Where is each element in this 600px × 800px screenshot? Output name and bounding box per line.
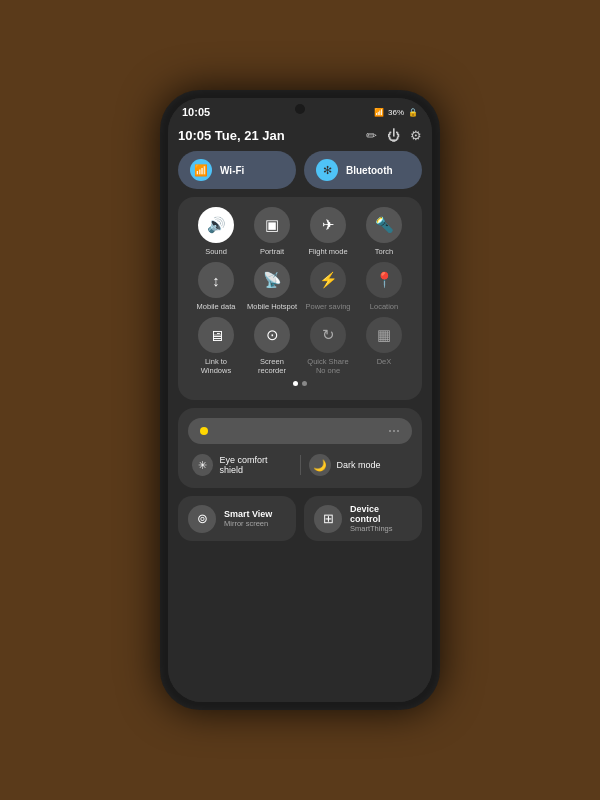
dex-icon: ▦	[366, 317, 402, 353]
screen-recorder-icon: ⊙	[254, 317, 290, 353]
bluetooth-toggle[interactable]: ✻ Bluetooth	[304, 151, 422, 189]
portrait-label: Portrait	[260, 247, 284, 256]
quick-share-icon: ↻	[310, 317, 346, 353]
power-saving-icon: ⚡	[310, 262, 346, 298]
quick-share-tile[interactable]: ↻ Quick ShareNo one	[302, 317, 354, 375]
wifi-toggle[interactable]: 📶 Wi-Fi	[178, 151, 296, 189]
location-icon: 📍	[366, 262, 402, 298]
portrait-icon: ▣	[254, 207, 290, 243]
link-windows-label: Link to Windows	[190, 357, 242, 375]
phone-screen: 10:05 📶 36% 🔒 10:05 Tue, 21 Jan ✏ ⏻ ⚙	[168, 98, 432, 702]
search-section: ⋯ ✳ Eye comfort shield 🌙 Dark mode	[178, 408, 422, 488]
mobile-data-tile[interactable]: ↕ Mobile data	[190, 262, 242, 311]
eye-comfort-label: Eye comfort shield	[219, 455, 291, 475]
sound-tile[interactable]: 🔊 Sound	[190, 207, 242, 256]
screen-recorder-label: Screen recorder	[246, 357, 298, 375]
pagination-dots	[188, 381, 412, 386]
camera-notch	[295, 104, 305, 114]
grid-row-3: 🖥 Link to Windows ⊙ Screen recorder ↻ Qu…	[188, 317, 412, 375]
device-control-button[interactable]: ⊞ Device control SmartThings	[304, 496, 422, 541]
toggle-row: 📶 Wi-Fi ✻ Bluetooth	[178, 151, 422, 189]
wifi-label: Wi-Fi	[220, 165, 244, 176]
battery-text: 36%	[388, 108, 404, 117]
dark-mode-item[interactable]: 🌙 Dark mode	[309, 454, 409, 476]
link-windows-tile[interactable]: 🖥 Link to Windows	[190, 317, 242, 375]
power-saving-label: Power saving	[305, 302, 350, 311]
phone-frame: 10:05 📶 36% 🔒 10:05 Tue, 21 Jan ✏ ⏻ ⚙	[160, 90, 440, 710]
search-dot-icon	[200, 427, 208, 435]
grid-row-1: 🔊 Sound ▣ Portrait ✈ Flight mode 🔦 Torch	[188, 207, 412, 256]
smart-view-label: Smart View	[224, 509, 272, 519]
flight-icon: ✈	[310, 207, 346, 243]
bottom-buttons-row: ⊚ Smart View Mirror screen ⊞ Device cont…	[178, 496, 422, 541]
sound-icon: 🔊	[198, 207, 234, 243]
battery-icon: 🔒	[408, 108, 418, 117]
flight-label: Flight mode	[308, 247, 347, 256]
header-actions: ✏ ⏻ ⚙	[366, 128, 422, 143]
device-control-icon: ⊞	[314, 505, 342, 533]
screen-recorder-tile[interactable]: ⊙ Screen recorder	[246, 317, 298, 375]
flight-mode-tile[interactable]: ✈ Flight mode	[302, 207, 354, 256]
device-control-label: Device control	[350, 504, 412, 524]
link-windows-icon: 🖥	[198, 317, 234, 353]
edit-icon[interactable]: ✏	[366, 128, 377, 143]
bluetooth-icon: ✻	[316, 159, 338, 181]
dex-label: DeX	[377, 357, 392, 366]
quick-tiles-grid: 🔊 Sound ▣ Portrait ✈ Flight mode 🔦 Torch	[178, 197, 422, 400]
dot-1	[293, 381, 298, 386]
status-time: 10:05	[182, 106, 210, 118]
device-control-sub: SmartThings	[350, 524, 412, 533]
torch-label: Torch	[375, 247, 393, 256]
eye-comfort-icon: ✳	[192, 454, 213, 476]
power-saving-tile[interactable]: ⚡ Power saving	[302, 262, 354, 311]
smart-view-sub: Mirror screen	[224, 519, 272, 528]
wifi-icon: 📶	[190, 159, 212, 181]
dark-mode-label: Dark mode	[337, 460, 381, 470]
settings-icon[interactable]: ⚙	[410, 128, 422, 143]
dex-tile[interactable]: ▦ DeX	[358, 317, 410, 375]
search-more-icon: ⋯	[388, 424, 400, 438]
comfort-divider	[300, 455, 301, 475]
portrait-tile[interactable]: ▣ Portrait	[246, 207, 298, 256]
hotspot-tile[interactable]: 📡 Mobile Hotspot	[246, 262, 298, 311]
eye-comfort-item[interactable]: ✳ Eye comfort shield	[192, 454, 292, 476]
mobile-data-icon: ↕	[198, 262, 234, 298]
status-icons: 📶 36% 🔒	[374, 108, 418, 117]
dark-mode-icon: 🌙	[309, 454, 331, 476]
power-icon[interactable]: ⏻	[387, 128, 400, 143]
smart-view-icon: ⊚	[188, 505, 216, 533]
location-tile[interactable]: 📍 Location	[358, 262, 410, 311]
smart-view-button[interactable]: ⊚ Smart View Mirror screen	[178, 496, 296, 541]
location-label: Location	[370, 302, 398, 311]
hotspot-label: Mobile Hotspot	[247, 302, 297, 311]
search-bar[interactable]: ⋯	[188, 418, 412, 444]
torch-icon: 🔦	[366, 207, 402, 243]
torch-tile[interactable]: 🔦 Torch	[358, 207, 410, 256]
comfort-row: ✳ Eye comfort shield 🌙 Dark mode	[188, 452, 412, 478]
sound-label: Sound	[205, 247, 227, 256]
header-row: 10:05 Tue, 21 Jan ✏ ⏻ ⚙	[178, 128, 422, 143]
dot-2	[302, 381, 307, 386]
bluetooth-label: Bluetooth	[346, 165, 393, 176]
grid-row-2: ↕ Mobile data 📡 Mobile Hotspot ⚡ Power s…	[188, 262, 412, 311]
header-datetime: 10:05 Tue, 21 Jan	[178, 128, 285, 143]
smart-view-text: Smart View Mirror screen	[224, 509, 272, 528]
device-control-text: Device control SmartThings	[350, 504, 412, 533]
hotspot-icon: 📡	[254, 262, 290, 298]
quick-panel: 10:05 Tue, 21 Jan ✏ ⏻ ⚙ 📶 Wi-Fi ✻ Blueto…	[168, 122, 432, 702]
signal-icon: 📶	[374, 108, 384, 117]
quick-share-label: Quick ShareNo one	[307, 357, 348, 375]
mobile-data-label: Mobile data	[197, 302, 236, 311]
